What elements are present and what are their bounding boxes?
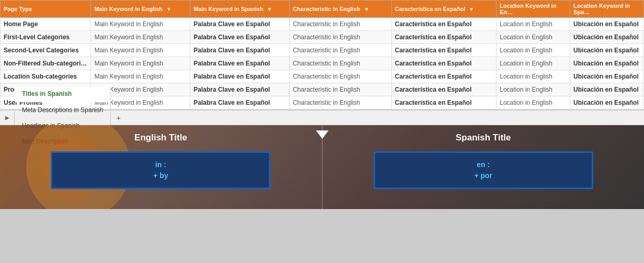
- preview-right: Spanish Title en :+ por: [323, 125, 645, 209]
- table-cell[interactable]: Main Keyword in English: [91, 44, 190, 57]
- english-formula-box: in :+ by: [51, 151, 270, 189]
- table-header-row: Page Type Main Keyword in English ▼ Main…: [1, 1, 644, 18]
- table-cell[interactable]: Characteristic in English: [289, 96, 391, 109]
- table-cell[interactable]: Palabra Clave en Español: [190, 57, 290, 70]
- table-cell[interactable]: Característica en Español: [391, 57, 496, 70]
- col-header-loc-en: Location Keyword in En…: [496, 1, 570, 18]
- table-cell[interactable]: Location in English: [496, 70, 570, 83]
- sort-arrow-main-es: ▼: [267, 6, 272, 12]
- table-cell[interactable]: Característica en Español: [391, 44, 496, 57]
- table-cell[interactable]: Location in English: [496, 31, 570, 44]
- table-row[interactable]: Second-Level CategoriesMain Keyword in E…: [1, 44, 644, 57]
- table-cell[interactable]: Location in English: [496, 57, 570, 70]
- english-title-label: English Title: [134, 133, 187, 143]
- table-cell[interactable]: Main Keyword in English: [91, 31, 190, 44]
- table-cell[interactable]: Palabra Clave en Español: [190, 70, 290, 83]
- sort-arrow-main-en: ▼: [166, 6, 172, 12]
- table-cell[interactable]: Ubicación en Español: [570, 96, 644, 109]
- table-cell[interactable]: Characteristic in English: [289, 18, 391, 31]
- table-row[interactable]: Location Sub-categoriesMain Keyword in E…: [1, 70, 644, 83]
- table-cell[interactable]: Palabra Clave en Español: [190, 44, 290, 57]
- table-cell[interactable]: Characteristic in English: [289, 70, 391, 83]
- tab-bar: ▶ Titles in SpanishMeta Descriptions in …: [0, 109, 644, 125]
- spanish-formula-text: en :+ por: [385, 159, 582, 181]
- arrow-down-icon: [316, 130, 329, 139]
- table-cell[interactable]: Second-Level Categories: [1, 44, 91, 57]
- table-cell[interactable]: Characteristic in English: [289, 31, 391, 44]
- add-tab-button[interactable]: +: [111, 110, 126, 126]
- preview-left: English Title in :+ by: [0, 125, 322, 209]
- table-cell[interactable]: Main Keyword in English: [91, 57, 190, 70]
- preview-content: English Title in :+ by Spanish Title en …: [0, 125, 644, 209]
- table-cell[interactable]: Característica en Español: [391, 70, 496, 83]
- table-cell[interactable]: Ubicación en Español: [570, 31, 644, 44]
- col-header-pagetype: Page Type: [1, 1, 91, 18]
- table-cell[interactable]: Location in English: [496, 18, 570, 31]
- table-cell[interactable]: Main Keyword in English: [91, 70, 190, 83]
- col-header-loc-es: Location Keyword in Spa…: [570, 1, 644, 18]
- table-cell[interactable]: Characteristic in English: [289, 44, 391, 57]
- table-cell[interactable]: Location in English: [496, 96, 570, 109]
- table-cell[interactable]: Home Page: [1, 18, 91, 31]
- table-cell[interactable]: Ubicación en Español: [570, 70, 644, 83]
- table-cell[interactable]: Ubicación en Español: [570, 83, 644, 96]
- table-cell[interactable]: Característica en Español: [391, 18, 496, 31]
- tab-titles-spanish[interactable]: Titles in Spanish: [15, 86, 111, 102]
- table-cell[interactable]: First-Level Categories: [1, 31, 91, 44]
- table-cell[interactable]: Location in English: [496, 83, 570, 96]
- english-formula-text: in :+ by: [62, 159, 259, 181]
- spanish-title-label: Spanish Title: [456, 133, 511, 143]
- table-cell[interactable]: Ubicación en Español: [570, 57, 644, 70]
- table-cell[interactable]: Characteristic in English: [289, 83, 391, 96]
- table-cell[interactable]: Ubicación en Español: [570, 44, 644, 57]
- preview-divider: [322, 125, 323, 209]
- col-header-char-es[interactable]: Característica en Español ▼: [391, 1, 496, 18]
- table-cell[interactable]: Main Keyword in English: [91, 18, 190, 31]
- col-header-main-es[interactable]: Main Keyword in Spanish ▼: [190, 1, 290, 18]
- col-header-char-en[interactable]: Characteristic in English ▼: [289, 1, 391, 18]
- table-cell[interactable]: Location Sub-categories: [1, 70, 91, 83]
- table-cell[interactable]: Ubicación en Español: [570, 18, 644, 31]
- spanish-formula-box: en :+ por: [374, 151, 593, 189]
- table-row[interactable]: Home PageMain Keyword in EnglishPalabra …: [1, 18, 644, 31]
- table-cell[interactable]: Palabra Clave en Español: [190, 31, 290, 44]
- table-row[interactable]: Non-Filtered Sub-categoriesMain Keyword …: [1, 57, 644, 70]
- sort-arrow-char-es: ▼: [469, 6, 474, 12]
- table-cell[interactable]: Palabra Clave en Español: [190, 18, 290, 31]
- table-cell[interactable]: Non-Filtered Sub-categories: [1, 57, 91, 70]
- table-row[interactable]: First-Level CategoriesMain Keyword in En…: [1, 31, 644, 44]
- tab-meta-spanish[interactable]: Meta Descriptions in Spanish: [15, 102, 111, 118]
- tab-play-button[interactable]: ▶: [0, 110, 15, 126]
- table-cell[interactable]: Característica en Español: [391, 31, 496, 44]
- table-cell[interactable]: Location in English: [496, 44, 570, 57]
- table-cell[interactable]: Característica en Español: [391, 96, 496, 109]
- sort-arrow-char-en: ▼: [364, 6, 369, 12]
- preview-area: English Title in :+ by Spanish Title en …: [0, 125, 644, 209]
- table-cell[interactable]: Palabra Clave en Español: [190, 83, 290, 96]
- table-cell[interactable]: Característica en Español: [391, 83, 496, 96]
- table-cell[interactable]: Characteristic in English: [289, 57, 391, 70]
- table-cell[interactable]: Palabra Clave en Español: [190, 96, 290, 109]
- col-header-main-en[interactable]: Main Keyword in English ▼: [91, 1, 190, 18]
